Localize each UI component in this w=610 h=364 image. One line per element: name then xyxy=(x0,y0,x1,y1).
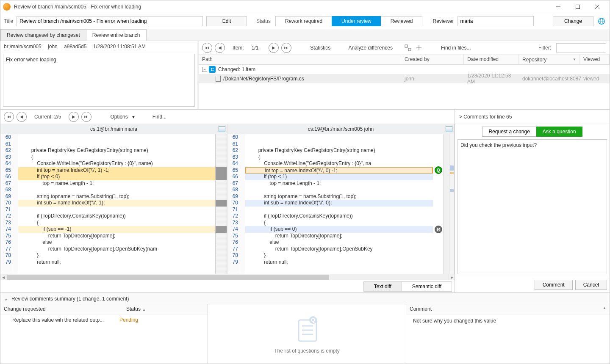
diff-link-column xyxy=(215,134,227,274)
change-row[interactable]: Replace this value wih the related outp.… xyxy=(0,314,208,325)
branch-sha: a98ad5d5 xyxy=(64,44,86,50)
maximize-pane-icon[interactable] xyxy=(219,126,225,132)
maximize-button[interactable] xyxy=(568,0,588,13)
file-path: /DokanNet/RegistoryFS/Program.cs xyxy=(223,76,304,82)
summary-header[interactable]: ⌄ Review comments summary (1 change, 1 c… xyxy=(0,293,610,304)
questions-empty: Q The list of questions is empty xyxy=(208,304,406,364)
find-link[interactable]: Find... xyxy=(145,114,174,120)
ask-question-button[interactable]: Ask a question xyxy=(536,127,582,137)
code-left[interactable]: private RegistryKey GetRegistoryEntry(st… xyxy=(18,134,215,274)
summary-section: ⌄ Review comments summary (1 change, 1 c… xyxy=(0,293,610,364)
text-diff-tab[interactable]: Text diff xyxy=(363,281,402,292)
branch-owner: john xyxy=(48,44,58,50)
svg-rect-1 xyxy=(576,5,580,8)
title-input[interactable] xyxy=(17,16,203,26)
fold-gutter-left xyxy=(13,134,18,274)
analyze-link[interactable]: Analyze differences xyxy=(341,45,400,51)
reviewer-label: Reviewer xyxy=(433,18,454,24)
analyze-icon[interactable] xyxy=(405,44,411,51)
globe-icon[interactable] xyxy=(598,17,605,25)
maximize-pane-icon[interactable] xyxy=(446,126,452,132)
info-row: Title Edit Status Rework required Under … xyxy=(0,13,610,29)
status-under-review[interactable]: Under review xyxy=(332,16,381,26)
tab-by-changeset[interactable]: Review changeset by changeset xyxy=(0,29,86,41)
nav-next-icon[interactable]: ▶ xyxy=(269,43,279,53)
nav-prev-icon[interactable]: ◀ xyxy=(215,43,225,53)
h-comment[interactable]: Comment xyxy=(410,306,432,312)
svg-text:Q: Q xyxy=(311,317,315,323)
current-pos: 2/5 xyxy=(54,114,61,120)
titlebar: Review of branch /main/scm005 - Fix erro… xyxy=(0,0,610,13)
files-grid-header: Path Created by Date modified Repository… xyxy=(199,55,610,65)
semantic-diff-tab[interactable]: Semantic diff xyxy=(402,281,452,292)
h-status[interactable]: Status▲ xyxy=(123,304,208,314)
tab-entire-branch[interactable]: Review entire branch xyxy=(86,29,147,41)
analyze-icon-2[interactable] xyxy=(416,44,422,51)
summary-title: Review comments summary (1 change, 1 com… xyxy=(11,296,129,302)
group-label: Changed: 1 item xyxy=(218,66,255,72)
nav-last-icon[interactable]: ⏭ xyxy=(281,43,291,53)
statistics-link[interactable]: Statistics xyxy=(302,45,338,51)
nav-first-icon[interactable]: ⏮ xyxy=(202,43,212,53)
diff-pane-right: cs:19@br:/main/scm005 john 6061626364656… xyxy=(227,124,455,274)
code-right[interactable]: private RegistryKey GetRegistoryEntry(st… xyxy=(245,134,433,274)
col-created-by[interactable]: Created by xyxy=(401,55,464,64)
comment-panel: > Comments for line 65 Request a change … xyxy=(455,110,610,292)
file-icon xyxy=(216,76,221,82)
line-gutter-right: 6061626364656667686970717273747576777879 xyxy=(227,134,240,274)
svg-rect-8 xyxy=(408,48,411,51)
svg-rect-7 xyxy=(405,45,408,47)
comment-textarea[interactable]: Did you check the previous input? xyxy=(458,139,607,274)
col-date-modified[interactable]: Date modified xyxy=(464,55,519,64)
options-dropdown[interactable]: Options ▾ xyxy=(103,114,142,120)
reviewer-input[interactable] xyxy=(458,16,534,26)
empty-text: The list of questions is empty xyxy=(274,348,340,354)
file-viewed: viewed xyxy=(580,76,610,82)
comment-submit-button[interactable]: Comment xyxy=(535,280,573,290)
filter-label: Filter: xyxy=(538,45,551,51)
tree-group-row[interactable]: − C Changed: 1 item xyxy=(199,65,610,74)
item-position: 1/1 xyxy=(252,45,259,51)
edit-button[interactable]: Edit xyxy=(206,16,247,26)
comment-header: > Comments for line 65 xyxy=(455,110,610,124)
filter-input[interactable] xyxy=(556,43,606,52)
question-marker-icon[interactable]: Q xyxy=(435,166,442,174)
comment-row[interactable]: Not sure why you changed this value xyxy=(406,314,610,327)
comments-list: Comment▲ Not sure why you changed this v… xyxy=(406,304,610,364)
item-label: Item: xyxy=(227,45,249,51)
col-viewed[interactable]: Viewed xyxy=(580,55,610,64)
collapse-icon[interactable]: − xyxy=(202,67,207,72)
pane-right-header: cs:19@br:/main/scm005 john xyxy=(308,126,374,132)
col-path[interactable]: Path xyxy=(199,55,401,64)
file-repo: dokannet@localhost:8087 xyxy=(519,76,580,82)
file-row[interactable]: /DokanNet/RegistoryFS/Program.cs john 1/… xyxy=(199,74,610,83)
branch-panel: br:/main/scm005 john a98ad5d5 1/28/2020 … xyxy=(0,41,199,109)
diff-next-icon[interactable]: ▶ xyxy=(69,112,79,122)
find-in-files-link[interactable]: Find in files... xyxy=(433,45,479,51)
diff-first-icon[interactable]: ⏮ xyxy=(4,112,14,122)
request-change-button[interactable]: Request a change xyxy=(482,127,536,137)
line-gutter-left: 6061626364656667686970717273747576777879 xyxy=(0,134,13,274)
branch-date: 1/28/2020 11:08:51 AM xyxy=(93,44,146,50)
diff-last-icon[interactable]: ⏭ xyxy=(81,112,92,122)
change-reviewer-button[interactable]: Change xyxy=(553,16,593,26)
status-reviewed[interactable]: Reviewed xyxy=(381,16,423,26)
changed-badge-icon: C xyxy=(209,66,216,73)
chevron-down-icon[interactable]: ⌄ xyxy=(4,296,8,302)
comment-cancel-button[interactable]: Cancel xyxy=(575,280,607,290)
diff-prev-icon[interactable]: ◀ xyxy=(17,112,27,122)
mini-map[interactable] xyxy=(449,134,454,274)
review-marker-column: Q R xyxy=(433,134,443,274)
diff-toolbar: ⏮ ◀ Current: 2/5 ▶ ⏭ Options ▾ Find... xyxy=(0,110,455,124)
review-tabs: Review changeset by changeset Review ent… xyxy=(0,29,610,41)
horizontal-scrollbar[interactable]: ◂ ▸ xyxy=(0,274,455,280)
vertical-scrollbar[interactable] xyxy=(443,134,449,274)
request-marker-icon[interactable]: R xyxy=(435,226,442,233)
close-button[interactable] xyxy=(588,0,607,13)
col-repository[interactable]: Repository▼ xyxy=(519,55,580,64)
pane-left-header: cs:1@br:/main maria xyxy=(90,126,137,132)
minimize-button[interactable] xyxy=(549,0,568,13)
status-rework[interactable]: Rework required xyxy=(275,16,332,26)
h-change-requested[interactable]: Change requested xyxy=(0,304,123,314)
changes-list: Change requested Status▲ Replace this va… xyxy=(0,304,208,364)
